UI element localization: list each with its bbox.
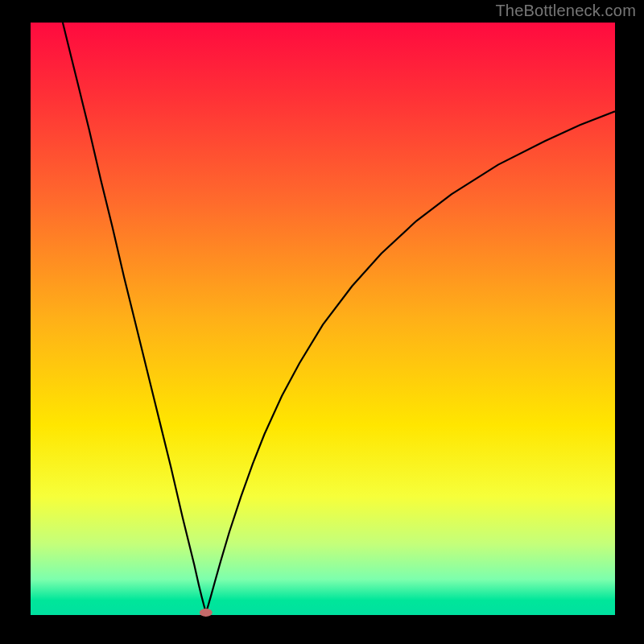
plot-background [31,23,615,615]
bottleneck-chart [0,0,644,644]
chart-frame: TheBottleneck.com [0,0,644,644]
watermark-text: TheBottleneck.com [495,2,636,20]
minimum-marker [200,609,213,617]
